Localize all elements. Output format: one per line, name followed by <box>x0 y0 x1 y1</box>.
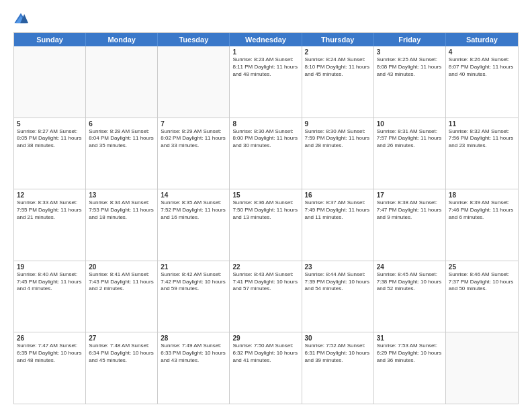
header <box>13 12 519 27</box>
calendar-cell-2-6: 10Sunrise: 8:31 AM Sunset: 7:57 PM Dayli… <box>374 118 446 189</box>
day-number: 1 <box>232 48 298 56</box>
day-number: 17 <box>377 191 443 199</box>
calendar-cell-2-3: 7Sunrise: 8:29 AM Sunset: 8:02 PM Daylig… <box>158 118 230 189</box>
calendar-cell-5-4: 29Sunrise: 7:50 AM Sunset: 6:32 PM Dayli… <box>230 332 302 404</box>
cell-info-text: Sunrise: 7:53 AM Sunset: 6:29 PM Dayligh… <box>377 342 443 364</box>
calendar-cell-4-3: 21Sunrise: 8:42 AM Sunset: 7:42 PM Dayli… <box>158 261 230 332</box>
day-number: 29 <box>232 334 298 342</box>
day-number: 11 <box>449 120 515 128</box>
calendar-cell-3-5: 16Sunrise: 8:37 AM Sunset: 7:49 PM Dayli… <box>302 189 374 261</box>
calendar-cell-1-2 <box>86 46 158 118</box>
day-number: 28 <box>161 334 226 342</box>
calendar-cell-2-2: 6Sunrise: 8:28 AM Sunset: 8:04 PM Daylig… <box>86 118 158 189</box>
cell-info-text: Sunrise: 7:50 AM Sunset: 6:32 PM Dayligh… <box>232 342 298 364</box>
day-number: 19 <box>17 263 83 271</box>
cell-info-text: Sunrise: 7:49 AM Sunset: 6:33 PM Dayligh… <box>161 342 226 364</box>
cell-info-text: Sunrise: 8:46 AM Sunset: 7:37 PM Dayligh… <box>449 271 515 293</box>
cell-info-text: Sunrise: 8:42 AM Sunset: 7:42 PM Dayligh… <box>161 271 226 293</box>
day-number: 16 <box>305 191 371 199</box>
cell-info-text: Sunrise: 8:28 AM Sunset: 8:04 PM Dayligh… <box>89 128 154 150</box>
day-number: 8 <box>232 120 298 128</box>
day-number: 22 <box>232 263 298 271</box>
calendar-cell-5-6: 31Sunrise: 7:53 AM Sunset: 6:29 PM Dayli… <box>374 332 446 404</box>
cell-info-text: Sunrise: 8:35 AM Sunset: 7:52 PM Dayligh… <box>161 199 226 221</box>
day-number: 31 <box>377 334 443 342</box>
calendar-cell-4-6: 24Sunrise: 8:45 AM Sunset: 7:38 PM Dayli… <box>374 261 446 332</box>
calendar-row-4: 19Sunrise: 8:40 AM Sunset: 7:45 PM Dayli… <box>14 261 518 332</box>
cell-info-text: Sunrise: 8:41 AM Sunset: 7:43 PM Dayligh… <box>89 271 154 293</box>
cell-info-text: Sunrise: 8:23 AM Sunset: 8:11 PM Dayligh… <box>232 56 298 78</box>
calendar-cell-1-7: 4Sunrise: 8:26 AM Sunset: 8:07 PM Daylig… <box>446 46 518 118</box>
calendar-row-1: 1Sunrise: 8:23 AM Sunset: 8:11 PM Daylig… <box>14 46 518 118</box>
calendar-body: 1Sunrise: 8:23 AM Sunset: 8:11 PM Daylig… <box>14 46 518 404</box>
calendar-cell-3-6: 17Sunrise: 8:38 AM Sunset: 7:47 PM Dayli… <box>374 189 446 261</box>
cell-info-text: Sunrise: 8:33 AM Sunset: 7:55 PM Dayligh… <box>17 199 83 221</box>
calendar-row-2: 5Sunrise: 8:27 AM Sunset: 8:05 PM Daylig… <box>14 118 518 189</box>
day-number: 25 <box>449 263 515 271</box>
calendar-cell-3-2: 13Sunrise: 8:34 AM Sunset: 7:53 PM Dayli… <box>86 189 158 261</box>
day-number: 6 <box>89 120 154 128</box>
calendar-cell-4-4: 22Sunrise: 8:43 AM Sunset: 7:41 PM Dayli… <box>230 261 302 332</box>
day-number: 7 <box>161 120 226 128</box>
calendar-row-5: 26Sunrise: 7:47 AM Sunset: 6:35 PM Dayli… <box>14 332 518 404</box>
calendar-cell-5-2: 27Sunrise: 7:48 AM Sunset: 6:34 PM Dayli… <box>86 332 158 404</box>
day-number: 10 <box>377 120 443 128</box>
calendar: SundayMondayTuesdayWednesdayThursdayFrid… <box>13 32 519 404</box>
calendar-cell-2-5: 9Sunrise: 8:30 AM Sunset: 7:59 PM Daylig… <box>302 118 374 189</box>
day-number: 13 <box>89 191 154 199</box>
calendar-header: SundayMondayTuesdayWednesdayThursdayFrid… <box>14 33 518 46</box>
calendar-cell-3-3: 14Sunrise: 8:35 AM Sunset: 7:52 PM Dayli… <box>158 189 230 261</box>
cell-info-text: Sunrise: 8:26 AM Sunset: 8:07 PM Dayligh… <box>449 56 515 78</box>
calendar-cell-5-5: 30Sunrise: 7:52 AM Sunset: 6:31 PM Dayli… <box>302 332 374 404</box>
day-number: 18 <box>449 191 515 199</box>
day-number: 24 <box>377 263 443 271</box>
calendar-cell-2-4: 8Sunrise: 8:30 AM Sunset: 8:00 PM Daylig… <box>230 118 302 189</box>
day-number: 23 <box>305 263 371 271</box>
day-number: 2 <box>305 48 371 56</box>
calendar-cell-2-7: 11Sunrise: 8:32 AM Sunset: 7:56 PM Dayli… <box>446 118 518 189</box>
calendar-cell-1-1 <box>14 46 86 118</box>
cell-info-text: Sunrise: 8:37 AM Sunset: 7:49 PM Dayligh… <box>305 199 371 221</box>
cell-info-text: Sunrise: 8:30 AM Sunset: 7:59 PM Dayligh… <box>305 128 371 150</box>
cell-info-text: Sunrise: 8:31 AM Sunset: 7:57 PM Dayligh… <box>377 128 443 150</box>
calendar-cell-4-7: 25Sunrise: 8:46 AM Sunset: 7:37 PM Dayli… <box>446 261 518 332</box>
calendar-cell-5-1: 26Sunrise: 7:47 AM Sunset: 6:35 PM Dayli… <box>14 332 86 404</box>
cell-info-text: Sunrise: 8:24 AM Sunset: 8:10 PM Dayligh… <box>305 56 371 78</box>
weekday-header-monday: Monday <box>86 33 158 46</box>
cell-info-text: Sunrise: 8:36 AM Sunset: 7:50 PM Dayligh… <box>232 199 298 221</box>
calendar-cell-5-7 <box>446 332 518 404</box>
weekday-header-tuesday: Tuesday <box>158 33 230 46</box>
weekday-header-wednesday: Wednesday <box>230 33 302 46</box>
day-number: 4 <box>449 48 515 56</box>
day-number: 12 <box>17 191 83 199</box>
logo <box>13 12 31 27</box>
cell-info-text: Sunrise: 8:43 AM Sunset: 7:41 PM Dayligh… <box>232 271 298 293</box>
calendar-cell-4-5: 23Sunrise: 8:44 AM Sunset: 7:39 PM Dayli… <box>302 261 374 332</box>
day-number: 26 <box>17 334 83 342</box>
cell-info-text: Sunrise: 8:30 AM Sunset: 8:00 PM Dayligh… <box>232 128 298 150</box>
calendar-cell-3-4: 15Sunrise: 8:36 AM Sunset: 7:50 PM Dayli… <box>230 189 302 261</box>
calendar-cell-2-1: 5Sunrise: 8:27 AM Sunset: 8:05 PM Daylig… <box>14 118 86 189</box>
day-number: 5 <box>17 120 83 128</box>
weekday-header-thursday: Thursday <box>302 33 374 46</box>
calendar-cell-1-4: 1Sunrise: 8:23 AM Sunset: 8:11 PM Daylig… <box>230 46 302 118</box>
logo-icon <box>13 12 28 27</box>
calendar-cell-3-7: 18Sunrise: 8:39 AM Sunset: 7:46 PM Dayli… <box>446 189 518 261</box>
calendar-cell-5-3: 28Sunrise: 7:49 AM Sunset: 6:33 PM Dayli… <box>158 332 230 404</box>
cell-info-text: Sunrise: 8:34 AM Sunset: 7:53 PM Dayligh… <box>89 199 154 221</box>
day-number: 9 <box>305 120 371 128</box>
calendar-cell-4-1: 19Sunrise: 8:40 AM Sunset: 7:45 PM Dayli… <box>14 261 86 332</box>
weekday-header-friday: Friday <box>374 33 446 46</box>
calendar-cell-3-1: 12Sunrise: 8:33 AM Sunset: 7:55 PM Dayli… <box>14 189 86 261</box>
cell-info-text: Sunrise: 8:39 AM Sunset: 7:46 PM Dayligh… <box>449 199 515 221</box>
weekday-header-sunday: Sunday <box>14 33 86 46</box>
cell-info-text: Sunrise: 7:48 AM Sunset: 6:34 PM Dayligh… <box>89 342 154 364</box>
cell-info-text: Sunrise: 8:45 AM Sunset: 7:38 PM Dayligh… <box>377 271 443 293</box>
cell-info-text: Sunrise: 8:25 AM Sunset: 8:08 PM Dayligh… <box>377 56 443 78</box>
cell-info-text: Sunrise: 8:29 AM Sunset: 8:02 PM Dayligh… <box>161 128 226 150</box>
cell-info-text: Sunrise: 7:52 AM Sunset: 6:31 PM Dayligh… <box>305 342 371 364</box>
cell-info-text: Sunrise: 8:38 AM Sunset: 7:47 PM Dayligh… <box>377 199 443 221</box>
calendar-cell-4-2: 20Sunrise: 8:41 AM Sunset: 7:43 PM Dayli… <box>86 261 158 332</box>
calendar-cell-1-5: 2Sunrise: 8:24 AM Sunset: 8:10 PM Daylig… <box>302 46 374 118</box>
calendar-cell-1-3 <box>158 46 230 118</box>
